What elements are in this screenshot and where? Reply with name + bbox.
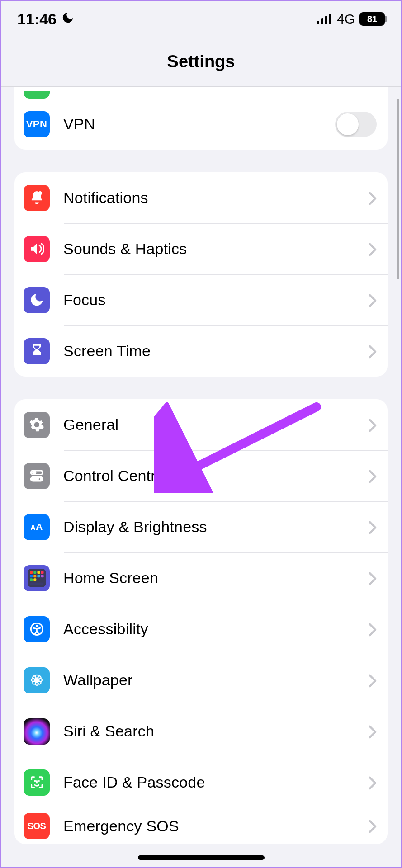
settings-group-device: General Control Centre AA Display & Brig…	[14, 399, 388, 844]
hotspot-icon	[24, 91, 50, 99]
nav-bar: Settings	[1, 37, 401, 87]
chevron-right-icon	[369, 470, 377, 482]
svg-point-31	[38, 681, 41, 684]
chevron-right-icon	[369, 243, 377, 255]
chevron-right-icon	[369, 776, 377, 789]
svg-point-22	[36, 625, 38, 627]
settings-row-controlcentre[interactable]: Control Centre	[14, 450, 388, 501]
row-label: Display & Brightness	[63, 518, 369, 536]
svg-rect-11	[33, 571, 36, 574]
previous-row-peek	[14, 87, 388, 99]
settings-row-notifications[interactable]: Notifications	[14, 172, 388, 223]
vpn-icon: VPN	[24, 111, 50, 137]
cellular-signal-icon	[317, 10, 332, 28]
row-label: Screen Time	[63, 342, 369, 360]
vpn-toggle[interactable]	[335, 112, 377, 137]
row-label: Focus	[63, 291, 369, 309]
chevron-right-icon	[369, 725, 377, 738]
settings-row-sounds[interactable]: Sounds & Haptics	[14, 223, 388, 274]
battery-indicator: 81	[359, 12, 385, 26]
settings-group-attention: Notifications Sounds & Haptics Focus	[14, 172, 388, 377]
row-label: VPN	[63, 115, 335, 133]
settings-row-vpn[interactable]: VPN VPN	[14, 99, 388, 150]
svg-point-32	[34, 781, 35, 781]
svg-point-28	[33, 676, 36, 679]
svg-point-29	[38, 676, 41, 679]
home-indicator[interactable]	[138, 855, 265, 860]
svg-rect-13	[41, 571, 43, 574]
svg-rect-20	[30, 583, 43, 585]
chevron-right-icon	[369, 419, 377, 431]
chevron-right-icon	[369, 345, 377, 358]
siri-icon	[24, 718, 50, 745]
settings-row-display[interactable]: AA Display & Brightness	[14, 501, 388, 552]
settings-row-homescreen[interactable]: Home Screen	[14, 552, 388, 604]
page-title: Settings	[167, 52, 235, 71]
svg-rect-17	[41, 575, 43, 577]
accessibility-icon	[24, 616, 50, 642]
flower-icon	[24, 667, 50, 693]
svg-point-23	[35, 679, 38, 681]
svg-rect-0	[317, 21, 319, 24]
svg-point-4	[38, 191, 42, 195]
scroll-indicator[interactable]	[397, 99, 399, 279]
svg-rect-1	[321, 18, 323, 24]
moon-icon	[24, 287, 50, 313]
text-size-icon: AA	[24, 514, 50, 540]
svg-rect-12	[37, 571, 40, 574]
faceid-icon	[24, 769, 50, 796]
status-bar: 11:46 4G 81	[1, 1, 401, 37]
svg-rect-3	[329, 14, 331, 24]
status-bar-right: 4G 81	[317, 10, 385, 28]
settings-row-general[interactable]: General	[14, 399, 388, 450]
sos-icon: SOS	[24, 813, 50, 839]
settings-group-connectivity: VPN VPN	[14, 87, 388, 150]
svg-rect-14	[30, 575, 33, 577]
row-label: Control Centre	[63, 467, 369, 485]
settings-row-wallpaper[interactable]: Wallpaper	[14, 655, 388, 706]
hourglass-icon	[24, 338, 50, 364]
settings-row-accessibility[interactable]: Accessibility	[14, 604, 388, 655]
chevron-right-icon	[369, 674, 377, 687]
svg-rect-19	[33, 579, 36, 581]
settings-row-sos[interactable]: SOS Emergency SOS	[14, 808, 388, 844]
svg-rect-16	[37, 575, 40, 577]
row-label: Notifications	[63, 189, 369, 207]
status-bar-left: 11:46	[17, 10, 75, 28]
gear-icon	[24, 412, 50, 438]
chevron-right-icon	[369, 572, 377, 585]
chevron-right-icon	[369, 294, 377, 307]
settings-list[interactable]: VPN VPN Notifications Sounds & Haptics	[1, 87, 401, 844]
battery-level: 81	[359, 12, 385, 26]
svg-rect-2	[325, 16, 327, 24]
chevron-right-icon	[369, 820, 377, 832]
svg-rect-18	[30, 579, 33, 581]
switches-icon	[24, 463, 50, 489]
row-label: Accessibility	[63, 620, 369, 638]
svg-point-30	[33, 681, 36, 684]
row-label: Home Screen	[63, 569, 369, 587]
svg-rect-15	[33, 575, 36, 577]
settings-row-focus[interactable]: Focus	[14, 274, 388, 326]
app-grid-icon	[24, 565, 50, 591]
status-time: 11:46	[17, 10, 57, 28]
svg-point-6	[33, 471, 35, 474]
row-label: Emergency SOS	[63, 817, 369, 835]
do-not-disturb-icon	[61, 10, 75, 28]
settings-row-screentime[interactable]: Screen Time	[14, 326, 388, 377]
bell-icon	[24, 185, 50, 211]
settings-row-siri[interactable]: Siri & Search	[14, 706, 388, 757]
svg-point-33	[38, 781, 39, 781]
chevron-right-icon	[369, 192, 377, 204]
chevron-right-icon	[369, 521, 377, 533]
speaker-icon	[24, 236, 50, 262]
chevron-right-icon	[369, 623, 377, 636]
row-label: Wallpaper	[63, 671, 369, 689]
row-label: Face ID & Passcode	[63, 774, 369, 791]
settings-row-faceid[interactable]: Face ID & Passcode	[14, 757, 388, 808]
row-label: General	[63, 416, 369, 434]
svg-point-8	[38, 478, 41, 481]
svg-rect-10	[30, 571, 33, 574]
network-type-label: 4G	[337, 11, 355, 27]
row-label: Siri & Search	[63, 722, 369, 740]
